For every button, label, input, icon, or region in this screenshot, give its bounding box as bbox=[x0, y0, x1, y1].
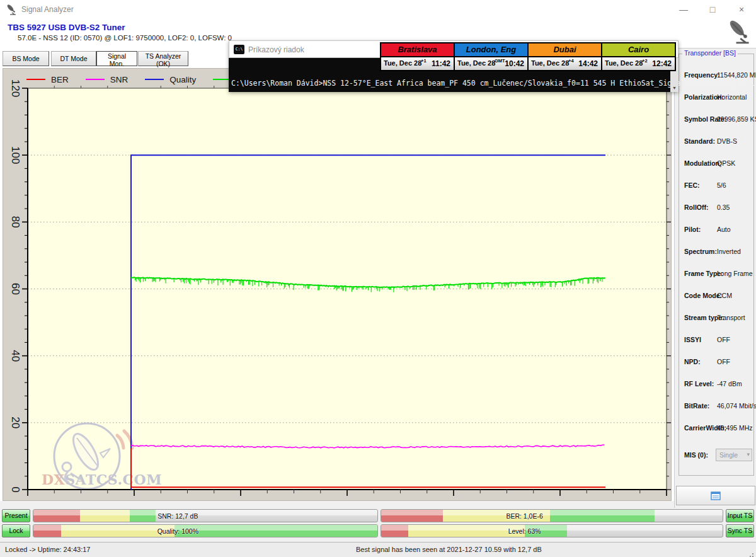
close-button[interactable]: × bbox=[727, 0, 756, 19]
clock-city: Dubai bbox=[529, 43, 601, 57]
legend-label: BER bbox=[51, 75, 69, 84]
lock-indicator: Lock bbox=[2, 524, 30, 537]
field-rolloff: RollOff:0.35 bbox=[679, 204, 753, 212]
legend-item-quality: Quality bbox=[145, 75, 196, 84]
tab-dt-mode[interactable]: DT Mode bbox=[51, 51, 96, 66]
satellite-dish-icon bbox=[726, 19, 752, 44]
svg-text:80: 80 bbox=[9, 216, 21, 228]
clock-city: Bratislava bbox=[381, 43, 454, 57]
lock-uptime-status: Locked -> Uptime: 24:43:17 bbox=[5, 546, 90, 553]
ber-line-swatch bbox=[26, 79, 45, 80]
device-title: TBS 5927 USB DVB-S2 Tuner bbox=[8, 23, 125, 32]
tab-ts-analyzer[interactable]: TS Analyzer (OK) bbox=[138, 51, 188, 66]
quality-bar: Quality: 100% bbox=[33, 524, 378, 537]
transponder-list-button[interactable] bbox=[676, 486, 755, 505]
field-fec: FEC:5/6 bbox=[679, 181, 753, 190]
transponder-groupbox: Transponder [BS] Frequency:11544,820 MHz… bbox=[679, 54, 754, 476]
svg-text:120: 120 bbox=[9, 79, 21, 97]
signal-chart-plot: DXSATCS.COM020406080100120 bbox=[3, 69, 671, 500]
legend-label: Quality bbox=[169, 75, 196, 84]
field-code-mode: Code Mode:CCM bbox=[679, 292, 753, 301]
snr-bar: SNR: 12,7 dB bbox=[33, 509, 378, 522]
svg-text:40: 40 bbox=[9, 350, 21, 362]
clock-utc-offset: GMT bbox=[495, 58, 505, 64]
clock-cairo[interactable]: Cairo Tue, Dec 28 +2 12:42 bbox=[601, 42, 676, 71]
minimize-button[interactable]: — bbox=[669, 0, 698, 19]
svg-text:100: 100 bbox=[9, 146, 21, 164]
clock-london[interactable]: London, Eng Tue, Dec 28 GMT 10:42 bbox=[454, 42, 529, 71]
svg-text:0: 0 bbox=[9, 486, 21, 492]
signal-analyzer-window: Signal Analyzer — □ × TBS 5927 USB DVB-S… bbox=[0, 0, 756, 557]
clock-utc-offset: +4 bbox=[568, 58, 574, 64]
field-spectrum: Spectrum:Inverted bbox=[679, 248, 753, 256]
clock-time: 11:42 bbox=[432, 59, 450, 68]
snr-line-swatch bbox=[86, 79, 105, 80]
status-bar: Locked -> Uptime: 24:43:17 Best signal h… bbox=[0, 542, 756, 557]
clock-bratislava[interactable]: Bratislava Tue, Dec 28 +1 11:42 bbox=[380, 42, 455, 71]
mis-dropdown[interactable]: Single ▾ bbox=[716, 449, 752, 461]
legend-item-snr: SNR bbox=[86, 75, 129, 84]
resize-grip[interactable] bbox=[752, 553, 753, 554]
tab-signal-mon[interactable]: Signal Mon. bbox=[96, 51, 137, 66]
clock-time: 14:42 bbox=[578, 59, 598, 68]
svg-text:60: 60 bbox=[9, 283, 21, 295]
input-ts-indicator: Input TS bbox=[726, 509, 754, 522]
field-symbol-rate: Symbol Rate:29996,859 KS/s bbox=[679, 115, 753, 124]
present-indicator: Present bbox=[2, 509, 30, 522]
sync-ts-indicator: Sync TS bbox=[726, 524, 754, 537]
level-bar-label: Level: 63% bbox=[508, 527, 541, 535]
field-npd: NPD:OFF bbox=[679, 358, 753, 367]
transponder-panel: Transponder [BS] Frequency:11544,820 MHz… bbox=[674, 48, 756, 508]
clock-date: Tue, Dec 28 bbox=[457, 59, 495, 67]
field-stream-type: Stream type:Transport bbox=[679, 314, 753, 323]
field-pilot: Pilot:Auto bbox=[679, 226, 753, 234]
world-clocks: Bratislava Tue, Dec 28 +1 11:42 London, … bbox=[380, 42, 676, 71]
tab-bs-mode[interactable]: BS Mode bbox=[3, 51, 49, 66]
svg-text:20: 20 bbox=[9, 416, 21, 428]
field-frame-type: Frame Type:Long Frame bbox=[679, 270, 753, 278]
cmd-icon: C:\ bbox=[234, 45, 244, 54]
field-rf-level: RF Level:-47 dBm bbox=[679, 380, 753, 389]
best-signal-status: Best signal has been seen at 2021-12-27 … bbox=[356, 546, 542, 553]
field-bitrate: BitRate:46,074 Mbit/s bbox=[679, 402, 753, 411]
field-carrierwidth: CarrierWidth:40,495 MHz bbox=[679, 424, 753, 433]
list-icon bbox=[711, 491, 721, 500]
field-issyi: ISSYIOFF bbox=[679, 336, 753, 345]
clock-utc-offset: +1 bbox=[421, 58, 427, 64]
clock-date: Tue, Dec 28 bbox=[605, 59, 643, 67]
field-standard: Standard:DVB-S bbox=[679, 137, 753, 146]
clock-time: 12:42 bbox=[652, 59, 672, 68]
clock-dubai[interactable]: Dubai Tue, Dec 28 +4 14:42 bbox=[527, 42, 602, 71]
tuning-info: 57.0E - NSS 12 (ID: 0570) @ LOF1: 975000… bbox=[18, 34, 232, 42]
maximize-button[interactable]: □ bbox=[698, 0, 727, 19]
window-titlebar: Signal Analyzer — □ × bbox=[0, 0, 756, 19]
ber-bar-label: BER: 1,0E-6 bbox=[506, 512, 542, 520]
legend-item-ber: BER bbox=[26, 75, 69, 84]
clock-utc-offset: +2 bbox=[642, 58, 648, 64]
clock-date: Tue, Dec 28 bbox=[531, 59, 569, 67]
signal-chart: DXSATCS.COM020406080100120 BER SNR Quali… bbox=[3, 68, 672, 501]
transponder-panel-title: Transponder [BS] bbox=[682, 49, 738, 57]
legend-label: SNR bbox=[110, 75, 129, 84]
level-bar: Level: 63% bbox=[381, 524, 723, 537]
quality-line-swatch bbox=[145, 79, 164, 80]
clock-city: Cairo bbox=[602, 43, 675, 57]
chevron-down-icon: ▾ bbox=[747, 451, 750, 457]
window-title: Signal Analyzer bbox=[21, 0, 74, 19]
clock-date: Tue, Dec 28 bbox=[384, 59, 421, 67]
clock-city: London, Eng bbox=[455, 43, 527, 57]
terminal-title: Príkazový riadok bbox=[248, 41, 304, 59]
scroll-down-icon[interactable]: ▼ bbox=[670, 84, 679, 92]
satellite-dish-icon bbox=[6, 4, 17, 15]
svg-text:DXSATCS.COM: DXSATCS.COM bbox=[42, 471, 162, 488]
snr-bar-label: SNR: 12,7 dB bbox=[158, 512, 198, 520]
ber-bar: BER: 1,0E-6 bbox=[381, 509, 723, 522]
quality-bar-label: Quality: 100% bbox=[158, 527, 198, 535]
field-polarization: Polarization:Horizontal bbox=[679, 93, 753, 102]
field-modulation: Modulation:QPSK bbox=[679, 159, 753, 168]
mis-dropdown-value: Single bbox=[719, 451, 738, 459]
clock-time: 10:42 bbox=[505, 59, 524, 68]
